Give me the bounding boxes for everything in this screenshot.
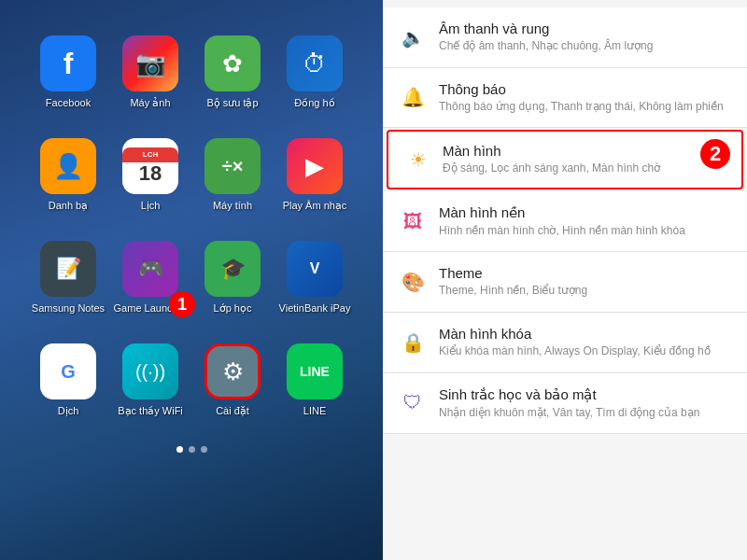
app-gallery[interactable]: ✿ Bộ sưu tập bbox=[191, 28, 274, 131]
app-camera-label: Máy ảnh bbox=[130, 97, 170, 109]
wifi-icon: ((·)) bbox=[122, 343, 178, 399]
vietinbank-icon: V bbox=[287, 241, 343, 297]
settings-item-lockscreen[interactable]: 🔒 Màn hình khóa Kiểu khóa màn hình, Alwa… bbox=[383, 313, 747, 373]
app-calendar[interactable]: LCH 18 Lịch bbox=[109, 131, 191, 233]
app-notes[interactable]: 📝 Samsung Notes bbox=[27, 233, 109, 336]
app-facebook-label: Facebook bbox=[46, 97, 91, 109]
sound-subtitle: Chế độ âm thanh, Nhạc chuông, Âm lượng bbox=[439, 39, 732, 54]
biometric-title: Sinh trắc học và bảo mật bbox=[439, 386, 732, 403]
app-calculator[interactable]: ÷× Máy tính bbox=[191, 131, 274, 233]
display-subtitle: Độ sáng, Lọc ánh sáng xanh, Màn hình chờ bbox=[443, 161, 726, 176]
app-game[interactable]: 🎮 Game Launcher 1 bbox=[109, 233, 191, 336]
calculator-icon: ÷× bbox=[204, 138, 261, 194]
biometric-icon: 🛡 bbox=[398, 388, 428, 418]
lockscreen-icon: 🔒 bbox=[398, 328, 428, 357]
settings-panel: 🔈 Âm thanh và rung Chế độ âm thanh, Nhạc… bbox=[383, 0, 747, 560]
dot-1 bbox=[176, 446, 183, 453]
wallpaper-icon: 🖼 bbox=[398, 206, 428, 236]
settings-item-wallpaper[interactable]: 🖼 Màn hình nền Hình nền màn hình chờ, Hì… bbox=[383, 191, 747, 253]
music-icon: ▶ bbox=[287, 138, 343, 194]
lockscreen-subtitle: Kiểu khóa màn hình, Always On Display, K… bbox=[439, 344, 732, 359]
app-classroom[interactable]: 🎓 Lớp học bbox=[191, 233, 274, 336]
app-contacts-label: Danh bạ bbox=[49, 200, 88, 212]
app-calendar-label: Lịch bbox=[141, 200, 161, 212]
app-notes-label: Samsung Notes bbox=[32, 302, 105, 315]
clock-icon: ⏱ bbox=[287, 35, 343, 91]
notes-icon: 📝 bbox=[40, 241, 96, 297]
app-wifi-label: Bạc thầy WiFi bbox=[118, 405, 183, 417]
display-icon: ☀ bbox=[403, 145, 433, 175]
app-settings-label: Cài đặt bbox=[216, 405, 249, 417]
app-grid: f Facebook 📷 Máy ảnh ✿ Bộ sưu tập ⏱ Đồng… bbox=[27, 28, 356, 439]
notification-subtitle: Thông báo ứng dụng, Thanh trạng thái, Kh… bbox=[439, 100, 732, 115]
calendar-icon: LCH 18 bbox=[122, 138, 178, 194]
facebook-icon: f bbox=[40, 35, 96, 91]
app-translate[interactable]: G Dịch bbox=[27, 336, 109, 439]
theme-subtitle: Theme, Hình nền, Biểu tượng bbox=[439, 284, 732, 299]
step1-badge: 1 bbox=[169, 291, 195, 317]
sound-title: Âm thanh và rung bbox=[439, 21, 732, 36]
notification-icon: 🔔 bbox=[398, 82, 428, 112]
settings-item-display[interactable]: ☀ Màn hình Độ sáng, Lọc ánh sáng xanh, M… bbox=[387, 130, 743, 189]
notification-title: Thông báo bbox=[439, 81, 732, 97]
step2-badge: 2 bbox=[700, 139, 730, 169]
settings-item-theme[interactable]: 🎨 Theme Theme, Hình nền, Biểu tượng bbox=[383, 252, 747, 313]
settings-item-sound[interactable]: 🔈 Âm thanh và rung Chế độ âm thanh, Nhạc… bbox=[383, 7, 747, 68]
app-music[interactable]: ▶ Play Âm nhạc bbox=[274, 131, 356, 233]
line-icon: LINE bbox=[287, 343, 343, 399]
classroom-icon: 🎓 bbox=[204, 241, 261, 297]
camera-icon: 📷 bbox=[122, 35, 178, 91]
theme-title: Theme bbox=[439, 265, 732, 281]
app-line-label: LINE bbox=[303, 405, 326, 417]
app-wifi[interactable]: ((·)) Bạc thầy WiFi bbox=[109, 336, 191, 439]
app-vietinbank-label: VietinBank iPay bbox=[279, 302, 351, 315]
biometric-subtitle: Nhận diện khuôn mặt, Vân tay, Tìm di độn… bbox=[439, 406, 732, 421]
phone-screen: f Facebook 📷 Máy ảnh ✿ Bộ sưu tập ⏱ Đồng… bbox=[0, 0, 383, 560]
app-camera[interactable]: 📷 Máy ảnh bbox=[109, 28, 191, 131]
settings-item-biometric[interactable]: 🛡 Sinh trắc học và bảo mật Nhận diện khu… bbox=[383, 373, 747, 435]
lockscreen-title: Màn hình khóa bbox=[439, 326, 732, 342]
app-facebook[interactable]: f Facebook bbox=[27, 28, 109, 131]
display-title: Màn hình bbox=[443, 143, 726, 159]
theme-icon: 🎨 bbox=[398, 267, 428, 297]
sound-icon: 🔈 bbox=[398, 22, 428, 52]
app-gallery-label: Bộ sưu tập bbox=[206, 97, 258, 109]
contacts-icon: 👤 bbox=[40, 138, 96, 194]
app-calculator-label: Máy tính bbox=[213, 200, 252, 212]
app-vietinbank[interactable]: V VietinBank iPay bbox=[274, 233, 356, 336]
page-dots bbox=[176, 446, 207, 453]
app-settings[interactable]: ⚙ Cài đặt bbox=[191, 336, 274, 439]
app-classroom-label: Lớp học bbox=[214, 302, 252, 315]
dot-3 bbox=[201, 446, 207, 453]
app-line[interactable]: LINE LINE bbox=[274, 336, 356, 439]
app-contacts[interactable]: 👤 Danh bạ bbox=[27, 131, 109, 233]
settings-icon: ⚙ bbox=[204, 343, 261, 399]
wallpaper-subtitle: Hình nền màn hình chờ, Hình nền màn hình… bbox=[439, 224, 732, 239]
app-translate-label: Dịch bbox=[58, 405, 79, 417]
settings-item-notification[interactable]: 🔔 Thông báo Thông báo ứng dụng, Thanh tr… bbox=[383, 68, 747, 129]
wallpaper-title: Màn hình nền bbox=[439, 204, 732, 221]
app-clock-label: Đồng hồ bbox=[294, 97, 334, 109]
app-clock[interactable]: ⏱ Đồng hồ bbox=[274, 28, 356, 131]
app-music-label: Play Âm nhạc bbox=[283, 200, 347, 212]
dot-2 bbox=[189, 446, 195, 453]
translate-icon: G bbox=[40, 343, 96, 399]
game-icon: 🎮 bbox=[122, 241, 178, 297]
gallery-icon: ✿ bbox=[204, 35, 261, 91]
